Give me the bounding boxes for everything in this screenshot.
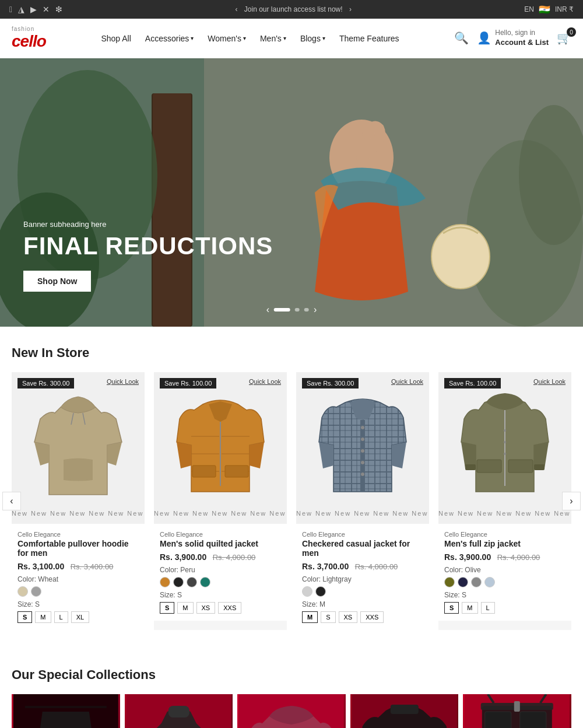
- size-btn-M-4[interactable]: M: [462, 602, 477, 614]
- collection-pants[interactable]: Men Pants ↗: [463, 694, 571, 728]
- header: fashion cello Shop All Accessories ▾ Wom…: [0, 19, 583, 58]
- product-info-2: Cello Elegance Men's solid quilted jacke…: [154, 524, 287, 621]
- youtube-icon[interactable]: ▶: [30, 5, 37, 14]
- size-btn-XS-2[interactable]: XS: [196, 602, 216, 614]
- svg-rect-37: [508, 460, 533, 473]
- logo-brand: fashion: [12, 26, 46, 32]
- next-announcement-arrow[interactable]: ›: [349, 5, 352, 13]
- collection-dress[interactable]: Dress ↗: [125, 694, 233, 728]
- swatch-gray[interactable]: [31, 586, 41, 597]
- size-btn-XXS-3[interactable]: XXS: [360, 611, 384, 623]
- swatch-lightgray[interactable]: [302, 586, 312, 597]
- svg-rect-49: [126, 694, 231, 728]
- product-name-2: Men's solid quilted jacket: [160, 539, 281, 548]
- size-btn-XL-1[interactable]: XL: [71, 611, 89, 623]
- special-collections-section: Our Special Collections ‹ Jeans: [0, 649, 583, 728]
- quick-look-1[interactable]: Quick Look: [107, 378, 139, 385]
- swatch-gray-4[interactable]: [471, 577, 482, 587]
- size-btn-XXS-2[interactable]: XXS: [218, 602, 241, 614]
- account-hello: Hello, sign in: [495, 29, 549, 38]
- new-ribbon-4: New New New New New New New New New: [438, 508, 571, 518]
- size-btn-M-2[interactable]: M: [177, 602, 193, 614]
- size-btn-L-4[interactable]: L: [481, 602, 495, 614]
- collection-hoodie[interactable]: Women Hoodie ↗: [237, 694, 346, 728]
- size-btn-M-1[interactable]: M: [35, 611, 51, 623]
- logo[interactable]: fashion cello: [12, 26, 46, 51]
- hero-dot-3[interactable]: [304, 308, 309, 312]
- flag-icon: 🇮🇳: [539, 4, 550, 15]
- product-info-3: Cello Elegance Checkered casual jacket f…: [296, 524, 429, 630]
- product-card-2: Save Rs. 100.00 Quick Look: [154, 372, 287, 630]
- quick-look-4[interactable]: Quick Look: [533, 378, 566, 385]
- svg-rect-2: [153, 93, 191, 327]
- quick-look-3[interactable]: Quick Look: [391, 378, 423, 385]
- account-info[interactable]: Hello, sign in Account & List: [495, 29, 549, 47]
- currency-selector[interactable]: INR ₹: [555, 5, 574, 13]
- product-image-2: Save Rs. 100.00 Quick Look: [154, 372, 287, 524]
- nav-mens[interactable]: Men's ▾: [254, 32, 292, 46]
- hero-cta-button[interactable]: Shop Now: [23, 271, 91, 292]
- size-btn-S-4[interactable]: S: [444, 602, 459, 614]
- product-price-old-4: Rs. 4,000.00: [497, 553, 540, 562]
- nav-womens[interactable]: Women's ▾: [202, 32, 252, 46]
- size-btn-M-3[interactable]: M: [302, 611, 318, 623]
- swatch-teal[interactable]: [200, 577, 210, 587]
- instagram-icon[interactable]: ◮: [18, 5, 24, 14]
- hero-subheading: Banner subheading here: [23, 220, 273, 229]
- product-brand-1: Cello Elegance: [17, 531, 139, 538]
- svg-rect-39: [534, 464, 545, 470]
- nav-shop-all[interactable]: Shop All: [95, 32, 136, 46]
- save-badge-4: Save Rs. 100.00: [444, 378, 501, 388]
- twitter-x-icon[interactable]: ✕: [43, 5, 50, 14]
- nav-accessories[interactable]: Accessories ▾: [139, 32, 199, 46]
- prev-announcement-arrow[interactable]: ‹: [236, 5, 238, 13]
- special-collections-title: Our Special Collections: [12, 667, 571, 682]
- social-links[interactable]:  ◮ ▶ ✕ ❇: [9, 5, 62, 14]
- size-buttons-4: S M L: [444, 602, 566, 614]
- language-selector[interactable]: EN: [524, 5, 534, 13]
- new-in-store-section: New In Store ‹ Save Rs. 300.00 Quick Loo…: [0, 327, 583, 649]
- announcement-bar: ‹ Join our launch access list now! ›: [62, 5, 524, 13]
- pinterest-icon[interactable]: ❇: [55, 5, 62, 14]
- size-btn-S-3[interactable]: S: [321, 611, 335, 623]
- quick-look-2[interactable]: Quick Look: [249, 378, 281, 385]
- facebook-icon[interactable]: : [9, 5, 12, 14]
- product-prev-arrow[interactable]: ‹: [2, 492, 21, 510]
- svg-point-9: [431, 225, 490, 289]
- swatch-navy[interactable]: [458, 577, 468, 587]
- product-row: Save Rs. 300.00 Quick Look: [12, 372, 571, 630]
- swatch-black-3[interactable]: [315, 586, 326, 597]
- dress-img: [125, 694, 233, 728]
- swatch-peru[interactable]: [160, 577, 170, 587]
- swatch-darkgray[interactable]: [187, 577, 197, 587]
- size-btn-S-2[interactable]: S: [160, 602, 174, 614]
- product-next-arrow[interactable]: ›: [562, 492, 581, 510]
- account-section[interactable]: 👤 Hello, sign in Account & List: [477, 29, 549, 47]
- new-ribbon-3: New New New New New New New New New: [296, 508, 429, 518]
- hero-next-arrow[interactable]: ›: [314, 304, 317, 315]
- size-btn-XS-3[interactable]: XS: [339, 611, 358, 623]
- announcement-text[interactable]: Join our launch access list now!: [244, 5, 343, 13]
- nav-theme-features[interactable]: Theme Features: [333, 32, 405, 46]
- swatch-black[interactable]: [173, 577, 184, 587]
- swatch-lightblue[interactable]: [484, 577, 495, 587]
- hero-dot-1[interactable]: [274, 308, 290, 312]
- nav-blogs[interactable]: Blogs ▾: [294, 32, 331, 46]
- svg-point-35: [504, 453, 506, 455]
- product-price-old-1: Rs. 3,400.00: [71, 562, 114, 571]
- swatch-wheat[interactable]: [17, 586, 28, 597]
- product-price-3: Rs. 3,700.00: [302, 562, 349, 571]
- size-btn-L-1[interactable]: L: [54, 611, 68, 623]
- swatch-olive[interactable]: [444, 577, 455, 587]
- cart-button[interactable]: 🛒 0: [557, 31, 571, 45]
- collection-jeans[interactable]: Jeans ↗: [12, 694, 120, 728]
- collections-row: Jeans ↗ Dress: [12, 694, 571, 728]
- product-price-old-2: Rs. 4,000.00: [213, 553, 256, 562]
- color-label-3: Color: Lightgray: [302, 575, 423, 583]
- size-btn-S-1[interactable]: S: [17, 611, 32, 623]
- hero-dot-2[interactable]: [295, 308, 300, 312]
- collection-sweaters[interactable]: Sweaters ↗: [350, 694, 459, 728]
- header-right: 🔍 👤 Hello, sign in Account & List 🛒 0: [454, 29, 571, 47]
- hero-prev-arrow[interactable]: ‹: [266, 304, 269, 315]
- search-icon[interactable]: 🔍: [454, 31, 469, 45]
